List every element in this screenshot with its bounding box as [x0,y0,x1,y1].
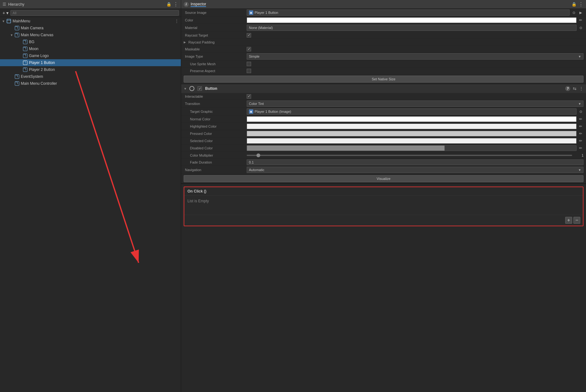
pressed-color-value: ✏ [247,131,583,136]
onclick-remove-button[interactable]: − [573,217,580,224]
transition-dropdown-arrow: ▼ [578,102,581,106]
tree-item-mainmenucontroller[interactable]: ▶ Main Menu Controller [0,80,181,87]
tree-item-mainmenu[interactable]: ▼ MainMenu ⋮ [0,18,181,25]
inspector-more-icon[interactable]: ⋮ [578,1,583,7]
pressed-color-eyedropper[interactable]: ✏ [578,131,583,136]
preserve-aspect-checkbox[interactable] [247,69,251,73]
add-button[interactable]: + ▾ [2,10,9,15]
tree-item-gamelogo[interactable]: ▶ Game Logo [0,52,181,59]
tree-item-mainmenucanvas[interactable]: ▼ Main Menu Canvas [0,32,181,38]
use-sprite-mesh-checkbox[interactable] [247,62,251,66]
lock-icon[interactable]: 🔒 [166,2,171,7]
disabled-color-eyedropper[interactable]: ✏ [578,145,583,151]
color-label: Color [184,18,247,22]
normal-color-swatch[interactable] [247,116,577,122]
tree-item-eventsystem[interactable]: ▶ EventSystem [0,73,181,80]
fade-duration-input[interactable] [247,159,583,165]
button-component-title: Button [205,86,217,91]
navigation-dropdown-label: Automatic [249,168,264,172]
hamburger-icon: ☰ [3,2,6,7]
button-help-icon[interactable]: ? [565,86,570,91]
image-section: Source Image ▣ Player 1 Button ⊙ ▶ Color… [181,9,586,84]
tree-label-mainmenucontroller: Main Menu Controller [21,81,57,86]
raycast-target-label: Raycast Target [184,33,247,37]
target-graphic-icon: ▣ [249,109,253,114]
fade-duration-value [247,159,583,165]
tree-options-mainmenu[interactable]: ⋮ [175,19,179,24]
maskable-checkbox[interactable] [247,47,251,51]
maskable-label: Maskable [184,47,247,51]
tree-label-bg: BG [29,40,34,44]
source-image-target-btn[interactable]: ⊙ [571,10,577,15]
interactable-checkbox[interactable] [247,94,251,99]
pressed-color-swatch[interactable] [247,131,577,136]
raycast-target-value [247,33,583,37]
target-graphic-target-btn[interactable]: ⊙ [578,109,583,114]
tree-label-maincamera: Main Camera [21,26,43,30]
more-options-icon[interactable]: ⋮ [173,1,178,7]
transition-label: Transition [184,102,247,106]
svg-line-3 [76,71,139,263]
button-settings-icon[interactable]: ⇆ [573,86,577,91]
inspector-tab[interactable]: Inspector [191,2,206,7]
source-image-arrow-btn[interactable]: ▶ [578,10,583,15]
disabled-color-value: ✏ [247,145,583,151]
raycast-target-row: Raycast Target [181,32,586,39]
material-ref[interactable]: None (Material) [247,25,577,31]
tree-label-player1button: Player 1 Button [29,61,55,65]
cube-icon-mainmenucontroller [14,81,20,86]
selected-color-eyedropper[interactable]: ✏ [578,138,583,144]
navigation-row: Navigation Automatic ▼ [181,166,586,174]
tree-label-mainmenucanvas: Main Menu Canvas [21,33,53,37]
highlighted-color-value: ✏ [247,124,583,129]
tree-label-eventsystem: EventSystem [21,74,43,79]
cube-icon-mainmenucanvas [14,32,20,37]
navigation-value: Automatic ▼ [247,167,583,173]
image-type-dropdown-arrow: ▼ [578,55,581,58]
hierarchy-header: ☰ Hierarchy 🔒 ⋮ [0,0,181,9]
normal-color-eyedropper[interactable]: ✏ [578,116,583,122]
material-target-btn[interactable]: ⊙ [578,25,583,31]
use-sprite-mesh-row: Use Sprite Mesh [181,61,586,67]
tree-item-moon[interactable]: ▶ Moon [0,45,181,52]
source-image-ref[interactable]: ▣ Player 1 Button [247,9,570,16]
transition-value: Color Tint ▼ [247,101,583,107]
inspector-lock-icon[interactable]: 🔒 [572,2,577,7]
raycast-padding-arrow[interactable]: ▶ [184,41,186,44]
color-swatch[interactable] [247,17,577,23]
image-type-dropdown[interactable]: Simple ▼ [247,53,583,60]
interactable-row: Interactable [181,93,586,100]
tree-item-maincamera[interactable]: ▶ Main Camera [0,25,181,32]
set-native-size-button[interactable]: Set Native Size [184,76,583,83]
button-enabled-checkbox[interactable] [198,86,202,91]
transition-dropdown[interactable]: Color Tint ▼ [247,101,583,107]
visualize-button[interactable]: Visualize [184,175,583,182]
tree-item-bg[interactable]: ▶ BG [0,38,181,45]
disabled-color-row: Disabled Color ✏ [181,145,586,152]
visualize-row: Visualize [181,174,586,184]
tree-item-player2button[interactable]: ▶ Player 2 Button [0,66,181,73]
cube-icon-eventsystem [14,74,20,79]
highlighted-color-swatch[interactable] [247,124,577,129]
highlighted-color-eyedropper[interactable]: ✏ [578,124,583,129]
raycast-target-checkbox[interactable] [247,33,251,37]
onclick-add-button[interactable]: + [565,217,572,224]
color-multiplier-track[interactable] [247,155,572,156]
selected-color-swatch[interactable] [247,138,577,144]
color-eyedropper-btn[interactable]: ✏ [578,17,583,23]
button-toggle[interactable]: ▼ [184,87,187,90]
inspector-panel: i Inspector 🔒 ⋮ Source Image ▣ Player 1 … [181,0,586,392]
maskable-value [247,47,583,51]
hierarchy-search-bar: + ▾ [0,9,181,17]
maskable-row: Maskable [181,46,586,53]
disabled-color-swatch[interactable] [247,145,577,151]
tree-label-moon: Moon [29,47,38,51]
color-multiplier-thumb[interactable] [256,153,260,157]
onclick-section: On Click () List is Empty + − [184,187,583,226]
tree-item-player1button[interactable]: ▶ Player 1 Button [0,59,181,66]
navigation-dropdown[interactable]: Automatic ▼ [247,167,583,173]
target-graphic-ref[interactable]: ▣ Player 1 Button (Image) [247,108,577,115]
search-input[interactable] [10,10,179,16]
cube-icon-player1button [23,60,28,65]
button-more-icon[interactable]: ⋮ [579,86,583,91]
